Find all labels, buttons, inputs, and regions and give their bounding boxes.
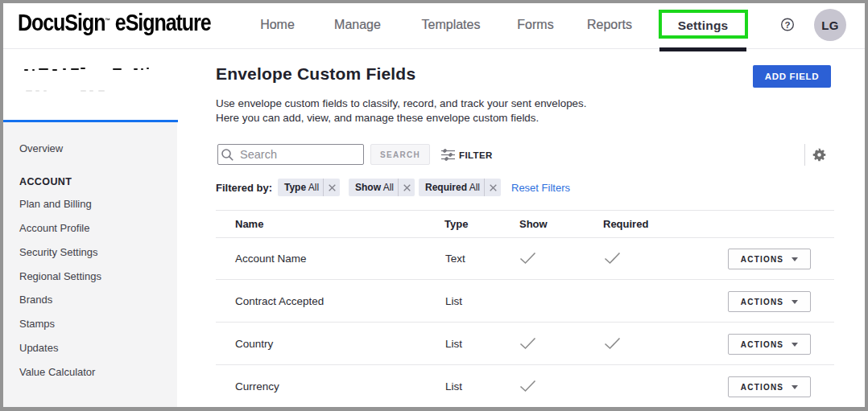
- svg-text:?: ?: [784, 20, 790, 30]
